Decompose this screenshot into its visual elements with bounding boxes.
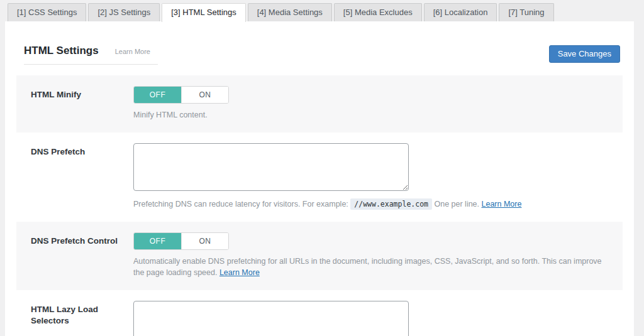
tab-tuning[interactable]: [7] Tuning (499, 3, 553, 21)
html-minify-on-button[interactable]: ON (181, 87, 228, 103)
setting-row-html-minify: HTML Minify OFF ON Minify HTML content. (16, 75, 623, 133)
setting-row-dns-prefetch-control: DNS Prefetch Control OFF ON Automaticall… (16, 222, 623, 291)
tab-css-settings[interactable]: [1] CSS Settings (8, 3, 86, 21)
dns-prefetch-control-off-button[interactable]: OFF (134, 233, 181, 249)
setting-description: Automatically enable DNS prefetching for… (133, 256, 610, 279)
tab-localization[interactable]: [6] Localization (424, 3, 497, 21)
html-minify-toggle: OFF ON (133, 86, 229, 104)
settings-panel: HTML Settings Learn More Save Changes HT… (5, 21, 634, 336)
html-lazy-load-selectors-textarea[interactable] (133, 301, 409, 336)
dns-prefetch-control-toggle: OFF ON (133, 232, 229, 250)
setting-row-dns-prefetch: DNS Prefetch Prefetching DNS can reduce … (16, 133, 623, 222)
setting-row-html-lazy-load-selectors: HTML Lazy Load Selectors Delay rendering… (16, 290, 623, 336)
tab-media-settings[interactable]: [4] Media Settings (248, 3, 332, 21)
page-title: HTML Settings (24, 45, 99, 57)
setting-label: DNS Prefetch Control (31, 232, 133, 279)
panel-header: HTML Settings Learn More Save Changes (24, 45, 620, 65)
setting-label: DNS Prefetch (31, 143, 133, 210)
html-minify-off-button[interactable]: OFF (134, 87, 181, 103)
dns-prefetch-control-on-button[interactable]: ON (181, 233, 228, 249)
title-block: HTML Settings Learn More (24, 45, 158, 65)
tab-js-settings[interactable]: [2] JS Settings (88, 3, 160, 21)
dns-prefetch-learn-more-link[interactable]: Learn More (482, 200, 522, 209)
settings-tab-bar: [1] CSS Settings [2] JS Settings [3] HTM… (0, 0, 644, 21)
setting-description: Minify HTML content. (133, 109, 610, 121)
example-code-chip: //www.example.com (350, 198, 432, 210)
tab-media-excludes[interactable]: [5] Media Excludes (334, 3, 422, 21)
tab-html-settings[interactable]: [3] HTML Settings (162, 3, 246, 22)
settings-rows: HTML Minify OFF ON Minify HTML content. … (5, 75, 634, 336)
setting-label: HTML Lazy Load Selectors (31, 301, 133, 336)
setting-label: HTML Minify (31, 86, 133, 121)
setting-description: Prefetching DNS can reduce latency for v… (133, 198, 610, 210)
dns-prefetch-textarea[interactable] (133, 143, 409, 191)
save-changes-button[interactable]: Save Changes (549, 45, 620, 63)
dns-prefetch-control-learn-more-link[interactable]: Learn More (219, 268, 260, 277)
title-learn-more-link[interactable]: Learn More (115, 48, 150, 55)
